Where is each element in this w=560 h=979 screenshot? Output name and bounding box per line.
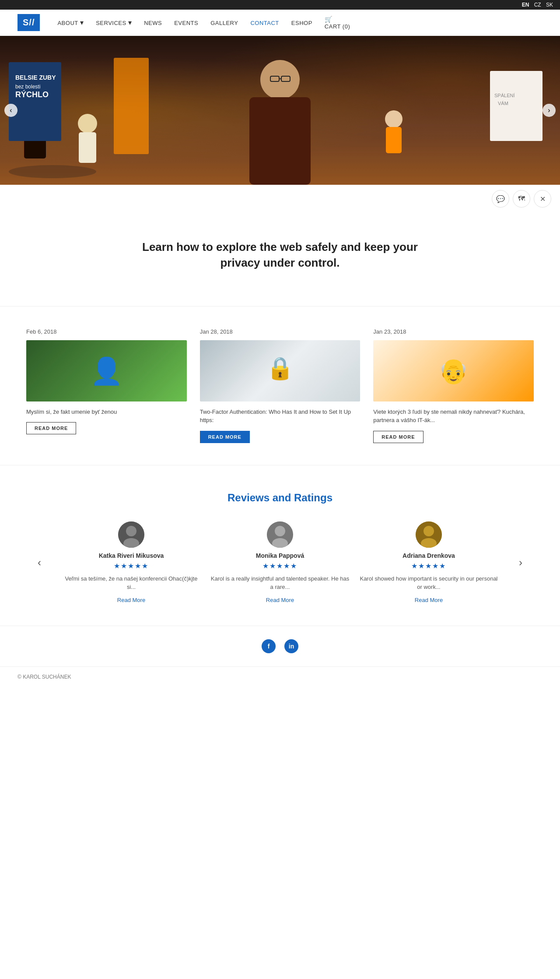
main-nav: S// ABOUT ▾ SERVICES ▾ NEWS EVENTS GALLE…: [0, 10, 560, 36]
nav-item-events[interactable]: EVENTS: [174, 19, 198, 27]
svg-point-1: [9, 165, 96, 178]
hero-illustration: BELSIE ZUBY bez bolesti RÝCHLO SPÁLENÍ V…: [0, 36, 560, 185]
cart-icon: 🛒: [325, 16, 332, 23]
footer-social: f in: [0, 626, 560, 666]
blog-image-3: [373, 340, 534, 401]
nav-item-gallery[interactable]: GALLERY: [210, 19, 238, 27]
svg-text:BELSIE ZUBY: BELSIE ZUBY: [15, 74, 56, 81]
lang-sk[interactable]: SK: [546, 2, 553, 8]
svg-point-29: [424, 526, 434, 536]
review-text-2: Karol is a really insightful and talente…: [210, 574, 350, 592]
svg-point-26: [275, 526, 285, 536]
review-card-3: Adriana Drenkova ★★★★★ Karol showed how …: [359, 521, 499, 604]
reviewer-stars-3: ★★★★★: [359, 562, 499, 570]
messenger-button[interactable]: 💬: [492, 190, 509, 208]
blog-text-1: Myslím si, že fakt umenie byť ženou: [26, 408, 187, 416]
svg-point-7: [260, 60, 300, 99]
nav-item-contact[interactable]: CONTACT: [250, 19, 279, 27]
privacy-section: Learn how to explore the web safely and …: [0, 213, 560, 306]
svg-text:RÝCHLO: RÝCHLO: [15, 90, 49, 99]
read-more-btn-2[interactable]: READ MORE: [200, 431, 250, 443]
lang-cz[interactable]: CZ: [534, 2, 541, 8]
svg-rect-21: [114, 58, 149, 154]
blog-image-1: [26, 340, 187, 401]
blog-section: Feb 6, 2018 Myslím si, že fakt umenie by…: [0, 306, 560, 465]
read-more-btn-1[interactable]: READ MORE: [26, 422, 76, 434]
nav-item-news[interactable]: NEWS: [144, 19, 162, 27]
language-bar: EN CZ SK: [0, 0, 560, 10]
review-read-more-3[interactable]: Read More: [415, 597, 443, 603]
reviewer-name-2: Monika Pappová: [210, 552, 350, 559]
svg-text:SPÁLENÍ: SPÁLENÍ: [494, 93, 515, 98]
blog-text-3: Viete ktorých 3 ľudí by ste nemali nikdy…: [373, 408, 534, 425]
reviews-grid: ‹ Katka Riveri Mikusova ★★★★★ Veľmi sa t…: [26, 521, 534, 604]
read-more-btn-3[interactable]: READ MORE: [373, 431, 423, 443]
hero-prev-button[interactable]: ‹: [4, 104, 18, 117]
blog-card-1: Feb 6, 2018 Myslím si, že fakt umenie by…: [26, 328, 187, 443]
nav-item-cart[interactable]: 🛒 CART (0): [325, 15, 350, 30]
svg-point-5: [78, 114, 97, 133]
map-button[interactable]: 🗺: [513, 190, 530, 208]
review-read-more-1[interactable]: Read More: [117, 597, 145, 603]
blog-card-3: Jan 23, 2018 Viete ktorých 3 ľudí by ste…: [373, 328, 534, 443]
svg-rect-6: [79, 132, 96, 163]
svg-point-23: [126, 526, 136, 536]
site-logo[interactable]: S//: [18, 14, 40, 31]
review-text-3: Karol showed how important is security i…: [359, 574, 499, 592]
reviews-next-button[interactable]: ›: [508, 556, 534, 569]
blog-text-2: Two-Factor Authentication: Who Has It an…: [200, 408, 360, 425]
close-widget-button[interactable]: ✕: [534, 190, 551, 208]
svg-rect-8: [249, 97, 311, 185]
lang-en[interactable]: EN: [522, 2, 529, 8]
reviewer-avatar-2: [267, 521, 293, 548]
review-card-2: Monika Pappová ★★★★★ Karol is a really i…: [210, 521, 350, 604]
reviewer-stars-2: ★★★★★: [210, 562, 350, 570]
svg-text:VÁM: VÁM: [498, 101, 508, 106]
review-card-1: Katka Riveri Mikusova ★★★★★ Veľmi sa teš…: [61, 521, 201, 604]
footer-copyright: © KAROL SUCHÁNEK: [0, 666, 560, 687]
privacy-heading: Learn how to explore the web safely and …: [127, 239, 433, 271]
svg-rect-18: [490, 71, 542, 141]
reviews-section: Reviews and Ratings ‹ Katka Riveri Mikus…: [0, 465, 560, 626]
facebook-link[interactable]: f: [262, 639, 276, 653]
floating-widget: 💬 🗺 ✕: [0, 185, 560, 213]
linkedin-link[interactable]: in: [284, 639, 298, 653]
reviews-title: Reviews and Ratings: [26, 492, 534, 504]
nav-item-about[interactable]: ABOUT ▾: [57, 18, 84, 27]
reviewer-stars-1: ★★★★★: [61, 562, 201, 570]
reviewer-name-1: Katka Riveri Mikusova: [61, 552, 201, 559]
reviews-prev-button[interactable]: ‹: [26, 556, 52, 569]
blog-card-2: Jan 28, 2018 Two-Factor Authentication: …: [200, 328, 360, 443]
blog-date-1: Feb 6, 2018: [26, 328, 187, 335]
reviewer-name-3: Adriana Drenkova: [359, 552, 499, 559]
hero-section: ‹ BELSIE ZUBY: [0, 36, 560, 185]
nav-links: ABOUT ▾ SERVICES ▾ NEWS EVENTS GALLERY C…: [57, 15, 542, 30]
review-read-more-2[interactable]: Read More: [266, 597, 294, 603]
blog-image-2: [200, 340, 360, 401]
reviewer-avatar-1: [118, 521, 144, 548]
blog-date-2: Jan 28, 2018: [200, 328, 360, 335]
blog-date-3: Jan 23, 2018: [373, 328, 534, 335]
review-text-1: Veľmi sa tešíme, že na našej konferencii…: [61, 574, 201, 592]
reviewer-avatar-3: [416, 521, 442, 548]
hero-next-button[interactable]: ›: [542, 104, 556, 117]
copyright-text: © KAROL SUCHÁNEK: [18, 674, 71, 680]
svg-point-12: [385, 110, 402, 128]
nav-item-eshop[interactable]: ESHOP: [291, 19, 312, 27]
svg-rect-13: [386, 127, 402, 153]
blog-grid: Feb 6, 2018 Myslím si, že fakt umenie by…: [26, 328, 534, 443]
svg-text:bez bolesti: bez bolesti: [15, 84, 40, 90]
hero-content: BELSIE ZUBY bez bolesti RÝCHLO SPÁLENÍ V…: [0, 36, 560, 185]
nav-item-services[interactable]: SERVICES ▾: [96, 18, 132, 27]
